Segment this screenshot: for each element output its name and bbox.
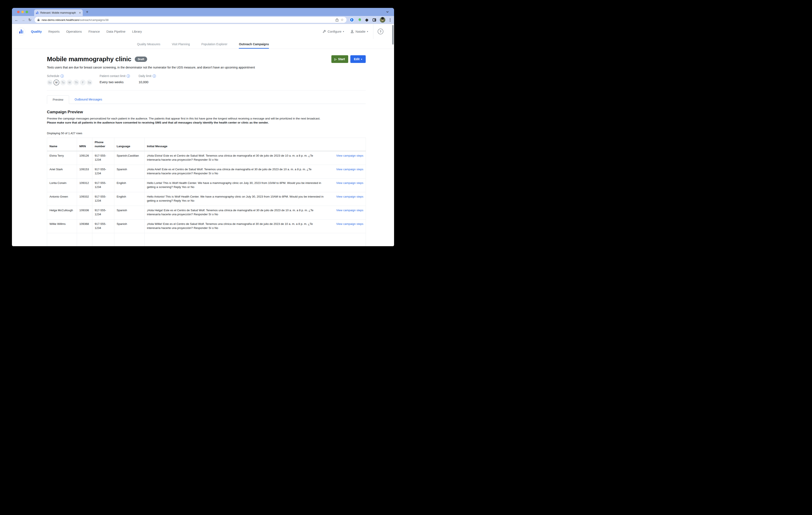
col-header-language: Language: [114, 138, 145, 151]
browser-toolbar: ← → ↻ new-demo.relevant.healthcare/outre…: [12, 16, 394, 24]
sidebar-panel-icon[interactable]: [373, 18, 376, 22]
nav-item-reports[interactable]: Reports: [49, 30, 60, 33]
schedule-days: Su M Tu W Th F Sa: [47, 80, 99, 85]
chevron-down-icon: ▾: [367, 30, 368, 33]
new-tab-button[interactable]: +: [86, 10, 88, 14]
onepassword-extension-icon[interactable]: [350, 18, 354, 22]
cell-mrn: 109336: [77, 206, 92, 219]
subnav-visit-planning[interactable]: Visit Planning: [172, 43, 190, 49]
chevron-down-icon: ▾: [361, 58, 362, 60]
user-menu[interactable]: Natalie ▾: [350, 30, 368, 33]
start-button[interactable]: ▷ Start: [331, 55, 348, 63]
col-header-phone: Phone number: [92, 138, 114, 151]
consent-note: Please make sure that all patients in th…: [47, 121, 269, 124]
day-pill-tuesday[interactable]: Tu: [60, 80, 66, 85]
tab-preview[interactable]: Preview: [47, 96, 69, 104]
app-header: Quality Reports Operations Finance Data …: [12, 24, 394, 39]
close-window-button[interactable]: [17, 11, 20, 13]
configure-label: Configure: [327, 30, 341, 33]
cell-mrn: [77, 233, 92, 246]
cell-message: Hello Antonio! This is Wolf Health Cente…: [145, 192, 326, 206]
cell-message: Hello Lorita! This is Wolf Health Center…: [145, 178, 326, 192]
daily-limit-label: Daily limit: [139, 74, 151, 78]
subnav-population-explorer[interactable]: Population Explorer: [201, 43, 227, 49]
col-header-name: Name: [47, 138, 77, 151]
view-campaign-steps-link[interactable]: View campaign steps: [336, 195, 364, 198]
table-row: Lorita Corwin 109312 917-555-1234 Englis…: [47, 178, 366, 192]
configure-menu[interactable]: Configure ▾: [323, 30, 344, 33]
forward-icon[interactable]: →: [22, 18, 25, 22]
extensions-puzzle-icon[interactable]: [365, 18, 369, 22]
day-pill-monday[interactable]: M: [54, 80, 59, 85]
cell-language: Spanish;Castilian: [114, 151, 145, 165]
chevron-down-icon: ▾: [343, 30, 344, 33]
url-path: /outreach/campaigns/38: [79, 18, 109, 22]
campaign-description: Texts users that are due for breast canc…: [47, 66, 366, 69]
cell-mrn: 109126: [77, 151, 92, 165]
chameleon-extension-icon[interactable]: [357, 18, 361, 22]
subnav-quality-measures[interactable]: Quality Measures: [137, 43, 161, 49]
nav-item-data-pipeline[interactable]: Data Pipeline: [107, 30, 125, 33]
cell-message: [145, 233, 326, 246]
nav-item-library[interactable]: Library: [132, 30, 142, 33]
edit-button[interactable]: Edit ▾: [350, 55, 366, 63]
tab-search-chevron-icon[interactable]: [386, 10, 389, 14]
window-controls[interactable]: [17, 11, 28, 13]
bookmark-star-icon[interactable]: ☆: [341, 18, 344, 22]
browser-tab-strip: Relevant: Mobile mammograph × +: [12, 8, 394, 16]
cell-language: Spanish: [114, 206, 145, 219]
back-icon[interactable]: ←: [15, 18, 18, 22]
schedule-section: Schedule i Su M Tu W Th F Sa: [47, 74, 99, 85]
day-pill-friday[interactable]: F: [80, 80, 86, 85]
view-campaign-steps-link[interactable]: View campaign steps: [336, 154, 364, 157]
cell-phone: 917-555-1234: [92, 178, 114, 192]
relevant-logo-icon[interactable]: [17, 28, 25, 36]
help-icon[interactable]: ?: [378, 29, 383, 34]
tab-outbound-messages[interactable]: Outbound Messages: [69, 96, 108, 104]
day-pill-saturday[interactable]: Sa: [87, 80, 92, 85]
page-title: Mobile mammography clinic: [47, 55, 132, 63]
day-pill-thursday[interactable]: Th: [74, 80, 79, 85]
nav-item-finance[interactable]: Finance: [88, 30, 100, 33]
minimize-window-button[interactable]: [21, 11, 24, 13]
close-tab-icon[interactable]: ×: [79, 11, 81, 14]
preview-intro-text: Preview the campaign messages personaliz…: [47, 117, 320, 120]
day-pill-sunday[interactable]: Su: [47, 80, 53, 85]
cell-message: ¡Hola Ariel! Este es el Centro de Salud …: [145, 165, 326, 178]
preview-table-body: Elvira Terry 109126 917-555-1234 Spanish…: [47, 151, 366, 246]
day-pill-wednesday[interactable]: W: [67, 80, 72, 85]
patient-contact-limit-label: Patient contact limit: [99, 74, 125, 78]
play-icon: ▷: [335, 58, 337, 61]
address-bar[interactable]: new-demo.relevant.healthcare/outreach/ca…: [34, 17, 346, 23]
nav-item-quality[interactable]: Quality: [31, 30, 42, 33]
cell-name: Lorita Corwin: [47, 178, 77, 192]
table-row: Helga McCullough 109336 917-555-1234 Spa…: [47, 206, 366, 219]
browser-profile-avatar[interactable]: [380, 17, 385, 23]
campaign-preview-heading: Campaign Preview: [47, 110, 366, 114]
browser-tab[interactable]: Relevant: Mobile mammograph ×: [34, 9, 83, 16]
browser-menu-icon[interactable]: [389, 18, 392, 22]
info-icon[interactable]: i: [153, 75, 156, 78]
cell-mrn: 109368: [77, 219, 92, 233]
subnav-outreach-campaigns[interactable]: Outreach Campaigns: [239, 43, 269, 49]
cell-language: English: [114, 178, 145, 192]
lock-icon: [37, 18, 40, 21]
view-campaign-steps-link[interactable]: View campaign steps: [336, 222, 364, 225]
reload-icon[interactable]: ↻: [28, 18, 31, 22]
view-campaign-steps-link[interactable]: View campaign steps: [336, 181, 364, 185]
cell-message: ¡Hola Helga! Este es el Centro de Salud …: [145, 206, 326, 219]
nav-item-operations[interactable]: Operations: [66, 30, 82, 33]
cell-language: Spanish: [114, 219, 145, 233]
view-campaign-steps-link[interactable]: View campaign steps: [336, 168, 364, 171]
daily-limit-section: Daily limit i 10,000: [139, 74, 156, 85]
view-campaign-steps-link[interactable]: View campaign steps: [336, 209, 364, 212]
info-icon[interactable]: i: [127, 75, 130, 78]
page-scrollbar-thumb[interactable]: [392, 25, 394, 45]
maximize-window-button[interactable]: [26, 11, 28, 13]
table-row: Antonio Green 109332 917-555-1234 Englis…: [47, 192, 366, 206]
share-icon[interactable]: [336, 18, 339, 22]
tab-title: Relevant: Mobile mammograph: [40, 11, 78, 14]
info-icon[interactable]: i: [61, 75, 64, 78]
daily-limit-value: 10,000: [139, 80, 156, 84]
cell-language: [114, 233, 145, 246]
